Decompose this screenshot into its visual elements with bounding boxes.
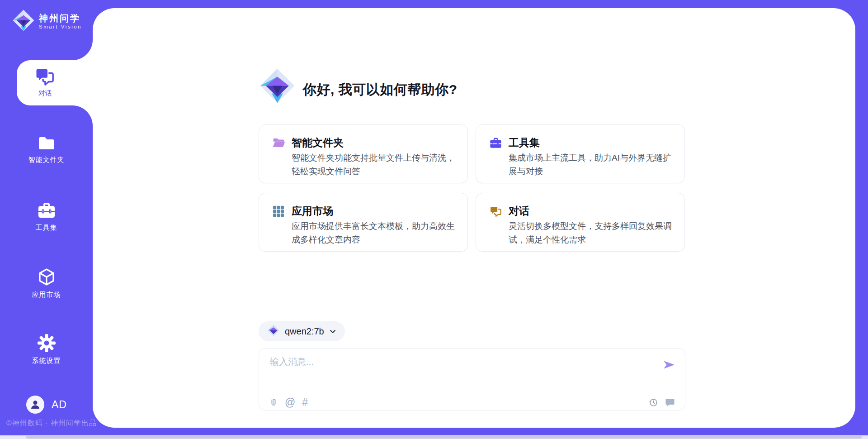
chat-icon [35,67,55,89]
message-input[interactable] [270,356,659,383]
brand-name: 神州问学 [39,13,82,24]
toolbox-icon [38,202,56,221]
feature-card-app-market[interactable]: 应用市场 应用市场提供丰富长文本模板，助力高效生成多样化文章内容 [259,193,468,252]
user-initials: AD [52,399,67,411]
sidebar-item-app-market[interactable]: 应用市场 [0,268,93,299]
topic-icon[interactable]: # [302,397,308,408]
card-description: 智能文件夹功能支持批量文件上传与清洗，轻松实现文件问答 [292,151,458,178]
message-composer: @ # [259,348,685,410]
sidebar-item-label: 工具集 [36,224,57,232]
feature-card-toolset[interactable]: 工具集 集成市场上主流工具，助力AI与外界无缝扩展与对接 [476,124,685,183]
tab-fillet-bottom [72,105,93,126]
sidebar-item-label: 对话 [17,89,74,98]
model-diamond-icon [268,324,279,338]
copyright-text: ©神州数码 · 神州问学出品 [6,419,97,428]
folder-icon [38,135,56,153]
composer-divider [266,394,678,394]
sidebar-item-settings[interactable]: 系统设置 [0,334,93,365]
sidebar-item-toolset[interactable]: 工具集 [0,202,93,232]
avatar [26,396,44,414]
card-title: 智能文件夹 [292,136,344,150]
folder-open-icon [273,137,285,150]
card-description: 集成市场上主流工具，助力AI与外界无缝扩展与对接 [509,151,675,178]
sidebar-item-label: 智能文件夹 [28,156,65,164]
send-icon[interactable] [663,360,675,371]
app-root: 神州问学 Smart Vision 对话 智能文件夹 [0,0,868,439]
model-name: qwen2:7b [285,326,324,337]
feature-card-chat[interactable]: 对话 灵活切换多模型文件，支持多样回复效果调试，满足个性化需求 [476,193,685,252]
conversation-icon[interactable] [665,398,675,407]
hero-diamond-icon [260,68,295,105]
chevron-down-icon [330,327,336,335]
scrollbar-thumb[interactable] [26,436,862,439]
brand-subtitle: Smart Vision [39,24,82,30]
cube-icon [38,268,56,288]
attach-icon[interactable] [269,397,278,407]
card-title: 工具集 [509,136,540,150]
mention-icon[interactable]: @ [285,397,295,408]
model-selector[interactable]: qwen2:7b [259,321,345,341]
toolbox-icon [490,137,502,151]
sidebar-item-smart-folder[interactable]: 智能文件夹 [0,135,93,164]
sidebar-item-label: 应用市场 [32,291,61,299]
brand-logo: 神州问学 Smart Vision [13,10,82,33]
history-icon[interactable] [648,397,658,407]
sidebar-item-label: 系统设置 [32,357,61,365]
chat-icon [490,205,502,220]
card-title: 对话 [509,204,529,218]
card-description: 灵活切换多模型文件，支持多样回复效果调试，满足个性化需求 [509,220,675,247]
sidebar-item-chat[interactable]: 对话 [17,60,93,105]
brand-diamond-icon [13,10,34,33]
greeting-title: 你好, 我可以如何帮助你? [303,81,458,99]
card-description: 应用市场提供丰富长文本模板，助力高效生成多样化文章内容 [292,220,458,247]
gear-icon [38,334,56,354]
user-account[interactable]: AD [26,396,67,414]
app-grid-icon [273,205,284,219]
card-title: 应用市场 [292,204,333,218]
feature-card-smart-folder[interactable]: 智能文件夹 智能文件夹功能支持批量文件上传与清洗，轻松实现文件问答 [259,124,468,183]
tab-fillet-top [72,40,93,60]
